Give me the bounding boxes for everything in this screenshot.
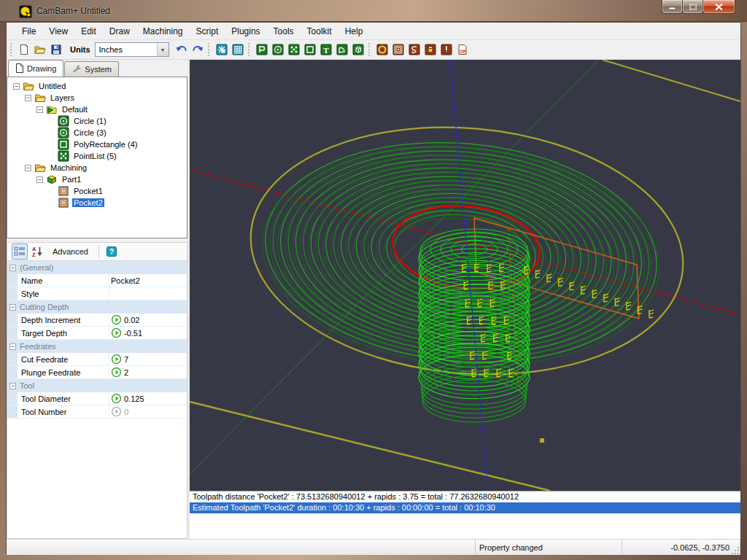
- property-value[interactable]: Pocket2: [111, 276, 140, 285]
- tree-item-machining[interactable]: −Machining: [7, 162, 187, 174]
- redo-button[interactable]: [190, 42, 206, 58]
- tree-item-pocket2[interactable]: Pocket2: [7, 197, 187, 209]
- property-value[interactable]: 7: [124, 355, 128, 364]
- new-document-button[interactable]: [16, 42, 32, 58]
- tree-item-circle-1[interactable]: Circle (1): [7, 115, 187, 127]
- tree-expander[interactable]: −: [36, 106, 43, 113]
- tree-item-default[interactable]: −Default: [7, 104, 187, 115]
- draw-cube-button[interactable]: [350, 42, 366, 58]
- toolpath-duration-message[interactable]: Estimated Toolpath 'Pocket2' duration : …: [190, 502, 740, 513]
- tree-item-part1[interactable]: −Part1: [7, 174, 187, 185]
- tab-drawing[interactable]: Drawing: [8, 60, 63, 77]
- panel-tabstrip: Drawing System: [7, 60, 187, 77]
- mach-profile-button[interactable]: [374, 42, 390, 58]
- alphabetical-sort-button[interactable]: AZ: [29, 244, 45, 260]
- property-name[interactable]: Style: [18, 287, 109, 300]
- open-value-arrow-icon[interactable]: [111, 327, 122, 338]
- tree-expander[interactable]: −: [25, 165, 31, 171]
- category-expander[interactable]: −: [9, 343, 16, 350]
- draw-circle-button[interactable]: [270, 42, 286, 58]
- property-value-cell[interactable]: 0: [109, 406, 187, 417]
- property-category[interactable]: −Tool: [7, 379, 187, 392]
- open-value-arrow-icon[interactable]: [111, 367, 122, 378]
- open-folder-button[interactable]: [32, 42, 48, 58]
- save-button[interactable]: [48, 42, 64, 58]
- property-value[interactable]: 2: [124, 368, 128, 377]
- tree-item-circle-3[interactable]: Circle (3): [7, 127, 187, 139]
- open-value-arrow-icon[interactable]: [111, 393, 122, 404]
- menu-machining[interactable]: Machining: [136, 24, 190, 39]
- tree-item-label: Pocket2: [72, 198, 104, 207]
- menu-view[interactable]: View: [42, 24, 74, 39]
- menu-tools[interactable]: Tools: [267, 24, 301, 39]
- draw-arc-button[interactable]: [334, 42, 350, 58]
- tree-expander[interactable]: −: [13, 83, 20, 90]
- property-value-cell[interactable]: 0.02: [109, 314, 187, 325]
- titlebar[interactable]: CamBam+ Untitled: [0, 0, 747, 22]
- open-value-arrow-icon[interactable]: [111, 314, 122, 325]
- menu-file[interactable]: File: [15, 24, 42, 39]
- mach-pocket-button[interactable]: [390, 42, 406, 58]
- menu-help[interactable]: Help: [338, 24, 370, 39]
- property-name[interactable]: Depth Increment: [18, 314, 109, 326]
- tree-item-layers[interactable]: −Layers: [7, 92, 187, 104]
- property-value[interactable]: 0: [124, 408, 128, 416]
- units-combobox[interactable]: Inches▾: [95, 42, 169, 57]
- tree-item-untitled[interactable]: −Untitled: [7, 80, 187, 92]
- property-category[interactable]: −Cutting Depth: [7, 300, 187, 314]
- advanced-button[interactable]: Advanced: [47, 245, 94, 258]
- menu-plugins[interactable]: Plugins: [225, 24, 266, 39]
- property-value-cell[interactable]: 2: [109, 367, 187, 378]
- tree-item-polyrectangle-4[interactable]: PolyRectangle (4): [7, 139, 187, 150]
- property-value[interactable]: 0.125: [124, 394, 144, 403]
- category-expander[interactable]: −: [9, 265, 16, 271]
- mach-nc-button[interactable]: NC: [454, 42, 471, 58]
- tab-system[interactable]: System: [64, 61, 119, 77]
- property-value-cell[interactable]: -0.51: [109, 327, 187, 338]
- property-name[interactable]: Tool Diameter: [18, 392, 109, 405]
- tree-item-pointlist-5[interactable]: PointList (5): [7, 150, 187, 162]
- property-value[interactable]: 0.02: [124, 316, 139, 324]
- draw-polyline-button[interactable]: [254, 42, 270, 58]
- close-button[interactable]: [703, 0, 735, 14]
- property-name[interactable]: Name: [18, 274, 109, 287]
- open-value-arrow-icon[interactable]: [111, 354, 122, 365]
- mach-drill-button[interactable]: [438, 42, 454, 58]
- property-category[interactable]: −Feedrates: [7, 340, 187, 353]
- property-value-cell[interactable]: 7: [109, 354, 187, 365]
- maximize-button[interactable]: [682, 0, 703, 14]
- svg-text:NC: NC: [460, 50, 465, 53]
- menu-edit[interactable]: Edit: [74, 24, 103, 39]
- tree-item-pocket1[interactable]: Pocket1: [7, 185, 187, 197]
- chevron-down-icon[interactable]: ▾: [157, 43, 169, 56]
- category-expander[interactable]: −: [9, 304, 16, 311]
- property-name[interactable]: Cut Feedrate: [18, 353, 109, 365]
- category-expander[interactable]: −: [9, 383, 16, 389]
- toolbar-grip: [10, 43, 14, 56]
- tree-expander[interactable]: −: [25, 95, 31, 101]
- draw-points-button[interactable]: [286, 42, 302, 58]
- property-name[interactable]: Tool Number: [18, 405, 109, 418]
- viewport-3d[interactable]: [190, 60, 740, 491]
- mach-lathe-button[interactable]: [422, 42, 438, 58]
- property-name[interactable]: Plunge Feedrate: [18, 366, 109, 378]
- property-category[interactable]: −(General): [7, 261, 187, 274]
- mach-engrave-button[interactable]: [406, 42, 422, 58]
- property-name[interactable]: Target Depth: [18, 327, 109, 339]
- tree-expander[interactable]: −: [36, 176, 43, 183]
- menu-draw[interactable]: Draw: [103, 24, 136, 39]
- resize-grip[interactable]: [730, 545, 739, 554]
- menu-toolkit[interactable]: Toolkit: [301, 24, 338, 39]
- snap-button[interactable]: [214, 42, 230, 58]
- grid-button[interactable]: [230, 42, 246, 58]
- minimize-button[interactable]: [662, 0, 683, 14]
- undo-button[interactable]: [174, 42, 190, 58]
- menu-script[interactable]: Script: [190, 24, 225, 39]
- draw-text-button[interactable]: T: [318, 42, 334, 58]
- property-value-cell[interactable]: 0.125: [109, 393, 187, 404]
- draw-rect-button[interactable]: [302, 42, 318, 58]
- property-value-cell[interactable]: Pocket2: [109, 276, 187, 285]
- property-value[interactable]: -0.51: [124, 329, 142, 338]
- help-button[interactable]: ?: [104, 244, 120, 260]
- categorized-view-button[interactable]: [12, 244, 28, 260]
